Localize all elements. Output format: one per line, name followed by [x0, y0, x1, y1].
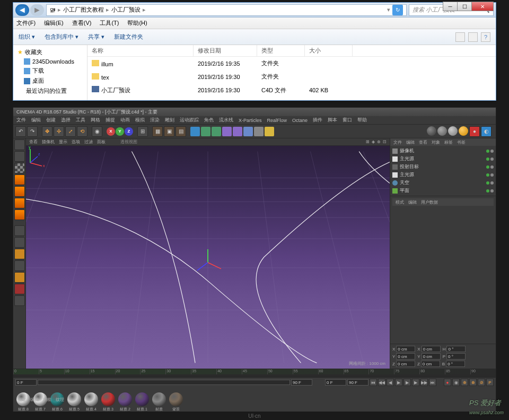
- object-row[interactable]: 主光源: [392, 171, 494, 179]
- menu-item[interactable]: 编辑(E): [44, 19, 64, 27]
- nav-forward-button[interactable]: ►: [30, 4, 44, 16]
- object-row[interactable]: 天空: [392, 179, 494, 187]
- file-row[interactable]: illum 2019/2/16 19:35 文件夹: [87, 57, 496, 70]
- coord-input[interactable]: [446, 361, 465, 367]
- menu-item[interactable]: 脚本: [328, 117, 337, 124]
- breadcrumb-item[interactable]: 小工厂预设: [111, 6, 141, 14]
- close-button[interactable]: ✕: [471, 2, 494, 11]
- menu-item[interactable]: RealFlow: [267, 118, 287, 123]
- panel-tab[interactable]: 用户数据: [421, 199, 438, 205]
- coord-input[interactable]: [396, 346, 415, 352]
- light-tool[interactable]: [265, 127, 274, 136]
- planar-workplane[interactable]: [14, 295, 25, 306]
- material-item[interactable]: 材质.5: [66, 392, 82, 413]
- locked-workplane[interactable]: [14, 284, 25, 294]
- nav-item[interactable]: 下载: [17, 66, 83, 76]
- polygon-mode[interactable]: [14, 209, 25, 220]
- material-item[interactable]: 材质.8: [15, 392, 31, 413]
- menu-item[interactable]: Octane: [292, 118, 308, 123]
- col-name[interactable]: 名称: [87, 45, 194, 56]
- menu-item[interactable]: X-Particles: [239, 118, 262, 123]
- menu-item[interactable]: 模拟: [135, 117, 145, 124]
- timeline-start[interactable]: [15, 379, 37, 386]
- goto-end[interactable]: ⏭: [429, 379, 436, 386]
- vp-menu-item[interactable]: 查看: [29, 139, 38, 144]
- cube-primitive[interactable]: [190, 127, 200, 136]
- nav-item[interactable]: 最近访问的位置: [17, 86, 83, 96]
- toolbar-item[interactable]: 包含到库中 ▾: [45, 33, 78, 40]
- play-back[interactable]: ▶: [395, 379, 402, 386]
- file-row[interactable]: 小工厂预设 2019/2/16 19:30 C4D 文件 402 KB: [87, 83, 496, 97]
- vp-nav-icon[interactable]: ⊕: [377, 139, 381, 144]
- shading-mode-4[interactable]: [459, 126, 468, 136]
- rotate-tool[interactable]: ⟲: [77, 126, 87, 137]
- menu-item[interactable]: 工具: [76, 117, 85, 124]
- axis-mode[interactable]: [14, 225, 25, 236]
- 3d-viewport[interactable]: x y z 网格间距 : 1000 cm: [26, 146, 390, 369]
- menu-item[interactable]: 动画: [120, 117, 130, 124]
- menu-item[interactable]: 文件: [16, 117, 26, 124]
- redo-button[interactable]: ↷: [27, 126, 38, 137]
- breadcrumb[interactable]: 🖳 ▸ 小工厂图文教程 ▸ 小工厂预设 ▸ ▾ ↻: [46, 4, 407, 16]
- panel-tab[interactable]: 模式: [396, 199, 404, 205]
- shading-mode-2[interactable]: [437, 126, 447, 136]
- menu-item[interactable]: 流水线: [219, 117, 233, 124]
- toolbar-item[interactable]: 新建文件夹: [114, 33, 143, 40]
- environment-tool[interactable]: [243, 127, 253, 136]
- minimize-button[interactable]: ─: [443, 2, 458, 11]
- menu-item[interactable]: 捕捉: [106, 117, 115, 124]
- key-scale[interactable]: ⊗: [469, 379, 477, 386]
- material-item[interactable]: 材质.1: [134, 392, 150, 413]
- object-row[interactable]: 平面: [392, 187, 494, 195]
- prev-key[interactable]: ◀◀: [378, 379, 385, 386]
- file-row[interactable]: tex 2019/2/16 19:30 文件夹: [87, 70, 496, 83]
- autokey[interactable]: ◉: [452, 379, 460, 386]
- snap-toggle[interactable]: [14, 260, 25, 271]
- nav-back-button[interactable]: ◄: [15, 4, 29, 16]
- nav-item[interactable]: 桌面: [17, 76, 83, 86]
- menu-item[interactable]: 角色: [204, 117, 214, 124]
- menu-item[interactable]: 选择: [61, 117, 71, 124]
- material-item[interactable]: 材质.3: [100, 392, 116, 413]
- shading-mode-3[interactable]: [448, 126, 458, 136]
- record-key[interactable]: ●: [444, 379, 451, 386]
- shading-mode-1[interactable]: [427, 126, 436, 136]
- array-tool[interactable]: [222, 127, 232, 136]
- play-fwd[interactable]: ▶: [403, 379, 411, 386]
- model-mode[interactable]: [14, 151, 25, 162]
- toolbar-item[interactable]: 共享 ▾: [88, 33, 104, 40]
- key-pos[interactable]: ⊕: [461, 379, 468, 386]
- material-item[interactable]: 材质.2: [117, 392, 133, 413]
- maximize-button[interactable]: ☐: [457, 2, 472, 11]
- next-frame[interactable]: ▶: [412, 379, 419, 386]
- material-item[interactable]: 材质.4: [83, 392, 99, 413]
- timeline-end[interactable]: [291, 379, 312, 386]
- select-tool[interactable]: ✥: [42, 126, 52, 137]
- octane-button[interactable]: ●: [469, 126, 480, 137]
- render-settings[interactable]: ▤: [175, 126, 186, 137]
- vp-menu-item[interactable]: 选项: [72, 139, 80, 144]
- next-key[interactable]: ▶▶: [420, 379, 428, 386]
- panel-tab[interactable]: 查看: [419, 139, 427, 145]
- menu-item[interactable]: 雕刻: [165, 117, 174, 124]
- vp-nav-icon[interactable]: ◈: [372, 139, 375, 144]
- point-mode[interactable]: [14, 186, 25, 197]
- spline-tool[interactable]: [201, 127, 210, 136]
- panel-tab[interactable]: 对象: [432, 139, 440, 145]
- vp-nav-icon[interactable]: ⊡: [383, 139, 387, 144]
- coord-input[interactable]: [422, 346, 441, 352]
- x-axis-toggle[interactable]: X: [107, 127, 115, 136]
- object-row[interactable]: 主光源: [392, 155, 494, 163]
- panel-tab[interactable]: 书签: [457, 139, 466, 145]
- undo-button[interactable]: ↶: [15, 126, 26, 137]
- coord-input[interactable]: [396, 353, 415, 360]
- workplane-toggle[interactable]: [14, 272, 25, 283]
- lastused-tool[interactable]: ◉: [92, 126, 102, 137]
- realflow-button[interactable]: ◐: [481, 126, 492, 137]
- menu-item[interactable]: 渲染: [150, 117, 160, 124]
- y-axis-toggle[interactable]: Y: [116, 127, 124, 136]
- favorites-header[interactable]: ★ 收藏夹: [17, 47, 83, 57]
- toolbar-item[interactable]: 组织 ▾: [19, 33, 35, 40]
- z-axis-toggle[interactable]: Z: [125, 127, 133, 136]
- view-options-button[interactable]: [455, 32, 465, 42]
